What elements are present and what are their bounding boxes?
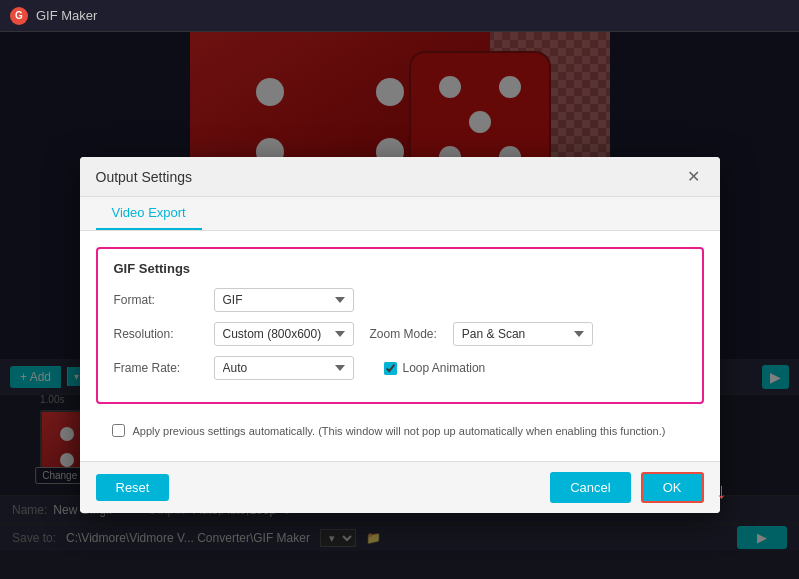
gif-settings-box: GIF Settings Format: GIF MP4 AVI Resolut… [96,247,704,404]
output-settings-dialog: Output Settings ✕ Video Export GIF Setti… [80,157,720,513]
footer-right: Cancel OK [550,472,703,503]
main-content: + Add ▾ + ▶ 1.00s [0,32,799,579]
format-label: Format: [114,293,204,307]
loop-animation-row: Loop Animation [384,361,486,375]
resolution-row: Resolution: Custom (800x600) 1920x1080 1… [114,322,686,346]
modal-close-button[interactable]: ✕ [683,167,704,186]
zoom-mode-select[interactable]: Pan & Scan Letter Box Full Screen [453,322,593,346]
loop-animation-label: Loop Animation [403,361,486,375]
framerate-select[interactable]: Auto 15fps 24fps 30fps [214,356,354,380]
gif-settings-title: GIF Settings [114,261,686,276]
modal-header: Output Settings ✕ [80,157,720,197]
modal-title: Output Settings [96,169,193,185]
auto-apply-row: Apply previous settings automatically. (… [96,416,704,445]
red-arrow-ok-indicator: ↓ [716,478,727,504]
resolution-select[interactable]: Custom (800x600) 1920x1080 1280x720 [214,322,354,346]
modal-tabs: Video Export [80,197,720,231]
format-row: Format: GIF MP4 AVI [114,288,686,312]
format-select[interactable]: GIF MP4 AVI [214,288,354,312]
resolution-label: Resolution: [114,327,204,341]
tab-video-export[interactable]: Video Export [96,197,202,230]
auto-apply-label: Apply previous settings automatically. (… [133,425,666,437]
ok-button[interactable]: OK [641,472,704,503]
reset-button[interactable]: Reset [96,474,170,501]
zoom-mode-label: Zoom Mode: [370,327,437,341]
modal-body: GIF Settings Format: GIF MP4 AVI Resolut… [80,231,720,461]
framerate-label: Frame Rate: [114,361,204,375]
framerate-row: Frame Rate: Auto 15fps 24fps 30fps Loop … [114,356,686,380]
modal-footer: Reset Cancel OK [80,461,720,513]
title-bar: G GIF Maker [0,0,799,32]
app-icon: G [10,7,28,25]
modal-overlay: Output Settings ✕ Video Export GIF Setti… [0,32,799,579]
app-title: GIF Maker [36,8,97,23]
loop-animation-checkbox[interactable] [384,362,397,375]
cancel-button[interactable]: Cancel [550,472,630,503]
auto-apply-checkbox[interactable] [112,424,125,437]
